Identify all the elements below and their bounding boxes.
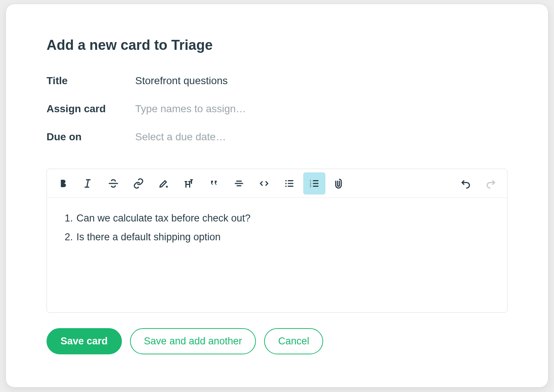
strikethrough-button[interactable]: [102, 172, 124, 195]
svg-point-9: [285, 183, 287, 184]
save-and-add-another-button[interactable]: Save and add another: [130, 328, 256, 354]
highlight-color-button[interactable]: [153, 172, 175, 195]
svg-point-10: [285, 185, 287, 187]
blockquote-button[interactable]: [203, 172, 225, 195]
assign-input[interactable]: [135, 102, 507, 116]
bullet-list-button[interactable]: [278, 172, 300, 195]
title-row: Title: [47, 73, 507, 88]
due-input[interactable]: [135, 130, 507, 144]
add-card-modal: Add a new card to Triage Title Assign ca…: [6, 4, 548, 388]
italic-button[interactable]: [77, 172, 99, 195]
svg-text:3: 3: [310, 185, 311, 188]
title-input[interactable]: [135, 73, 507, 88]
heading-button[interactable]: [178, 172, 200, 195]
save-card-button[interactable]: Save card: [47, 328, 122, 354]
redo-button[interactable]: [480, 172, 502, 195]
modal-title: Add a new card to Triage: [47, 37, 507, 53]
editor-toolbar: 123: [47, 169, 507, 198]
undo-button[interactable]: [455, 172, 477, 195]
numbered-list-button[interactable]: 123: [303, 172, 325, 195]
description-textarea[interactable]: Can we calculate tax before check out? I…: [47, 198, 507, 312]
link-button[interactable]: [127, 172, 150, 195]
description-editor: 123 Can we calculate tax before check ou…: [47, 169, 507, 313]
assign-label: Assign card: [47, 103, 135, 115]
modal-backdrop: Add a new card to Triage Title Assign ca…: [0, 0, 554, 392]
align-button[interactable]: [228, 172, 250, 195]
svg-line-0: [87, 180, 88, 187]
assign-row: Assign card: [47, 102, 507, 116]
title-label: Title: [47, 75, 135, 87]
code-button[interactable]: [253, 172, 275, 195]
list-item: Is there a default shipping option: [76, 228, 496, 247]
modal-actions: Save card Save and add another Cancel: [47, 328, 507, 354]
attachment-button[interactable]: [328, 172, 350, 195]
bold-button[interactable]: [52, 172, 74, 195]
svg-point-4: [166, 186, 168, 188]
cancel-button[interactable]: Cancel: [264, 328, 323, 354]
svg-point-8: [285, 180, 287, 181]
due-label: Due on: [47, 131, 135, 143]
list-item: Can we calculate tax before check out?: [76, 209, 496, 228]
description-list: Can we calculate tax before check out? I…: [58, 209, 496, 247]
due-row: Due on: [47, 130, 507, 144]
